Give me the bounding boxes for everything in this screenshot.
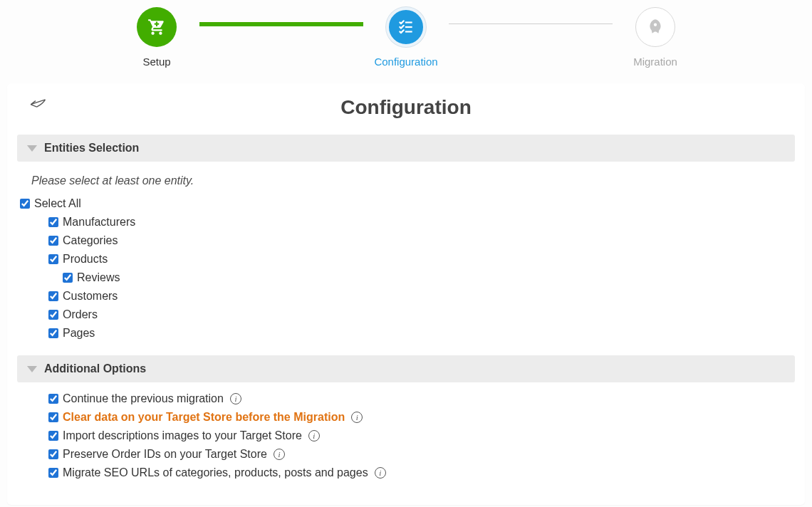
checkbox-categories[interactable]: Categories: [34, 231, 785, 250]
checkbox-label: Pages: [63, 327, 95, 340]
step-setup[interactable]: Setup: [114, 7, 199, 68]
progress-stepper: Setup Configuration Migration: [0, 0, 812, 68]
list-icon: [386, 7, 426, 47]
section-options: Additional Options Continue the previous…: [17, 355, 795, 482]
checkbox-migrate-seo-urls[interactable]: Migrate SEO URLs of categories, products…: [34, 464, 785, 482]
checkbox-label: Import descriptions images to your Targe…: [63, 429, 302, 442]
svg-rect-2: [405, 31, 412, 32]
checkbox-customers[interactable]: Customers: [34, 287, 785, 305]
configuration-card: Configuration Entities Selection Please …: [7, 83, 805, 505]
checkbox-select-all[interactable]: Select All: [20, 194, 785, 213]
checkbox-reviews[interactable]: Reviews: [34, 268, 785, 287]
step-migration-label: Migration: [633, 56, 677, 68]
svg-rect-1: [405, 26, 412, 28]
entities-hint: Please select at least one entity.: [31, 174, 785, 187]
checkbox-label: Customers: [63, 290, 118, 303]
section-options-header[interactable]: Additional Options: [17, 355, 795, 382]
back-button[interactable]: [27, 95, 51, 115]
step-migration: Migration: [613, 7, 698, 68]
step-configuration[interactable]: Configuration: [363, 7, 449, 68]
section-entities-title: Entities Selection: [44, 142, 139, 155]
checkbox-preserve-order-ids[interactable]: Preserve Order IDs on your Target Store …: [34, 445, 785, 464]
checkbox-clear-target[interactable]: Clear data on your Target Store before t…: [34, 408, 785, 427]
section-entities-header[interactable]: Entities Selection: [17, 135, 795, 162]
section-options-body: Continue the previous migration i Clear …: [17, 382, 795, 482]
checkbox-products[interactable]: Products: [34, 250, 785, 268]
checkbox-label: Orders: [63, 308, 98, 321]
cart-icon: [137, 7, 177, 47]
checkbox-import-desc-images[interactable]: Import descriptions images to your Targe…: [34, 427, 785, 445]
checkbox-label: Products: [63, 253, 108, 266]
step-setup-label: Setup: [142, 56, 170, 68]
checkbox-select-all-label: Select All: [34, 197, 81, 210]
checkbox-label: Continue the previous migration: [63, 392, 224, 405]
chevron-down-icon: [27, 366, 37, 372]
checkbox-continue-previous[interactable]: Continue the previous migration i: [34, 390, 785, 408]
info-icon[interactable]: i: [274, 449, 285, 460]
connector-setup-config: [199, 22, 363, 26]
section-options-title: Additional Options: [44, 362, 146, 375]
section-entities-body: Please select at least one entity. Selec…: [17, 162, 795, 343]
checkbox-label: Migrate SEO URLs of categories, products…: [63, 466, 368, 479]
checkbox-label: Reviews: [77, 271, 120, 284]
checkbox-label: Clear data on your Target Store before t…: [63, 411, 345, 424]
checkbox-orders[interactable]: Orders: [34, 305, 785, 324]
checkbox-manufacturers[interactable]: Manufacturers: [34, 213, 785, 231]
checkbox-pages[interactable]: Pages: [34, 324, 785, 343]
section-entities: Entities Selection Please select at leas…: [17, 135, 795, 343]
info-icon[interactable]: i: [308, 430, 320, 441]
checkbox-label: Manufacturers: [63, 216, 135, 229]
checkbox-label: Categories: [63, 234, 118, 247]
chevron-down-icon: [27, 145, 37, 152]
info-icon[interactable]: i: [351, 412, 363, 423]
info-icon[interactable]: i: [375, 467, 386, 479]
rocket-icon: [635, 7, 675, 47]
checkbox-label: Preserve Order IDs on your Target Store: [63, 448, 267, 461]
connector-config-migration: [449, 23, 613, 24]
svg-rect-0: [405, 21, 412, 23]
step-configuration-label: Configuration: [374, 56, 437, 68]
info-icon[interactable]: i: [230, 393, 241, 404]
page-title: Configuration: [7, 96, 805, 119]
